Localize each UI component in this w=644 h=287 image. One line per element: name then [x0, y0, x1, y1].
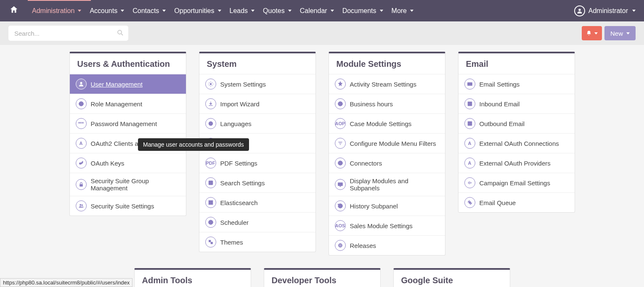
- nav-item-documents[interactable]: Documents: [338, 1, 387, 21]
- svg-point-1: [118, 30, 122, 34]
- ext-oauth-icon: A: [464, 158, 475, 169]
- panel-title: Users & Authentication: [70, 53, 186, 74]
- svg-point-28: [469, 202, 471, 204]
- gear-icon: [205, 79, 216, 90]
- admin-link-label: User Management: [91, 81, 143, 88]
- nav-item-label: Quotes: [263, 7, 285, 15]
- admin-link-label: Elasticsearch: [220, 199, 258, 206]
- admin-link-email-queue[interactable]: Email Queue: [458, 192, 575, 212]
- admin-link-user-management[interactable]: User Management: [70, 74, 186, 94]
- svg-point-13: [209, 182, 211, 184]
- admin-link-security-suite-settings[interactable]: Security Suite Settings: [70, 196, 186, 216]
- admin-link-label: Scheduler: [220, 219, 249, 226]
- import-icon: [205, 98, 216, 109]
- panel-title: System: [199, 53, 315, 74]
- nav-item-label: Administration: [32, 7, 74, 15]
- svg-point-8: [81, 205, 82, 206]
- connector-icon: [335, 158, 346, 169]
- admin-link-label: Case Module Settings: [350, 120, 412, 127]
- aop-icon: AOP: [335, 118, 346, 129]
- panel-developer-tools: Developer ToolsStudio: [264, 268, 381, 287]
- user-menu[interactable]: Administrator: [574, 5, 640, 16]
- avatar-icon: [574, 5, 585, 16]
- admin-link-label: Email Queue: [480, 199, 516, 206]
- admin-link-password-management[interactable]: ***Password Management: [70, 113, 186, 133]
- user-name: Administrator: [588, 7, 628, 15]
- search-input[interactable]: [8, 26, 128, 41]
- panel-users-authentication: Users & AuthenticationUser ManagementRol…: [69, 52, 186, 216]
- notifications-button[interactable]: [582, 26, 602, 40]
- admin-link-display-modules-and-subpanels[interactable]: Display Modules and Subpanels: [329, 173, 445, 196]
- lock-icon: [76, 179, 87, 190]
- chevron-down-icon: [288, 10, 292, 12]
- admin-link-elasticsearch[interactable]: Elasticsearch: [199, 192, 315, 212]
- home-button[interactable]: [4, 2, 24, 20]
- admin-link-oauth-keys[interactable]: OAuth Keys: [70, 153, 186, 173]
- filter-icon: [335, 138, 346, 149]
- svg-rect-19: [209, 240, 211, 242]
- admin-link-label: System Settings: [220, 81, 266, 88]
- panel-title: Developer Tools: [264, 270, 380, 287]
- chevron-down-icon: [218, 10, 221, 12]
- admin-link-security-suite-group-management[interactable]: Security Suite Group Management: [70, 173, 186, 196]
- admin-link-email-settings[interactable]: Email Settings: [458, 74, 575, 94]
- nav-item-label: Leads: [230, 7, 248, 15]
- panel-system: SystemSystem SettingsImport WizardLangua…: [199, 52, 316, 252]
- new-button[interactable]: New: [604, 26, 636, 40]
- admin-link-campaign-email-settings[interactable]: Campaign Email Settings: [458, 173, 575, 192]
- admin-link-inbound-email[interactable]: Inbound Email: [458, 94, 575, 113]
- admin-link-languages[interactable]: Languages: [199, 113, 315, 133]
- admin-link-sales-module-settings[interactable]: AOSSales Module Settings: [329, 216, 445, 235]
- nav-item-leads[interactable]: Leads: [225, 1, 259, 21]
- admin-link-external-oauth-providers[interactable]: AExternal OAuth Providers: [458, 153, 575, 173]
- admin-link-connectors[interactable]: Connectors: [329, 153, 445, 173]
- svg-point-7: [80, 204, 81, 206]
- admin-link-label: PDF Settings: [220, 160, 257, 167]
- sub-toolbar: New: [0, 21, 644, 45]
- admin-link-label: Email Settings: [480, 81, 520, 88]
- admin-link-label: Outbound Email: [480, 120, 525, 127]
- admin-link-label: Password Management: [91, 120, 157, 127]
- admin-link-role-management[interactable]: Role Management: [70, 94, 186, 113]
- panel-title: Email: [458, 53, 575, 74]
- admin-link-case-module-settings[interactable]: AOPCase Module Settings: [329, 113, 445, 133]
- nav-item-label: Documents: [342, 7, 376, 15]
- admin-link-label: Security Suite Settings: [91, 203, 154, 210]
- svg-rect-16: [209, 203, 210, 205]
- admin-link-configure-module-menu-filters[interactable]: Configure Module Menu Filters: [329, 133, 445, 153]
- nav-item-more[interactable]: More: [387, 1, 418, 21]
- nav-item-opportunities[interactable]: Opportunities: [170, 1, 225, 21]
- nav-item-administration[interactable]: Administration: [28, 1, 85, 21]
- nav-item-calendar[interactable]: Calendar: [296, 1, 338, 21]
- admin-link-label: Releases: [350, 242, 376, 249]
- admin-link-activity-stream-settings[interactable]: Activity Stream Settings: [329, 74, 445, 94]
- admin-link-label: Languages: [220, 120, 252, 127]
- admin-link-system-settings[interactable]: System Settings: [199, 74, 315, 94]
- chevron-down-icon: [162, 10, 166, 12]
- admin-link-releases[interactable]: Releases: [329, 235, 445, 255]
- admin-link-label: Business hours: [350, 100, 393, 108]
- admin-link-pdf-settings[interactable]: PDFPDF Settings: [199, 153, 315, 173]
- campaign-icon: [464, 177, 475, 188]
- panel-title: Admin Tools: [135, 270, 251, 287]
- nav-item-quotes[interactable]: Quotes: [259, 1, 296, 21]
- nav-item-contacts[interactable]: Contacts: [128, 1, 170, 21]
- nav-item-accounts[interactable]: Accounts: [85, 1, 128, 21]
- admin-link-outbound-email[interactable]: Outbound Email: [458, 113, 575, 133]
- panel-title: Google Suite: [394, 270, 510, 287]
- outbound-icon: [464, 118, 475, 129]
- admin-link-history-subpanel[interactable]: History Subpanel: [329, 196, 445, 216]
- admin-link-themes[interactable]: Themes: [199, 232, 315, 252]
- admin-link-scheduler[interactable]: Scheduler: [199, 212, 315, 232]
- admin-link-import-wizard[interactable]: Import Wizard: [199, 94, 315, 113]
- themes-icon: [205, 237, 216, 248]
- nav-item-label: Accounts: [90, 7, 117, 15]
- scheduler-icon: [205, 217, 216, 228]
- svg-line-2: [121, 34, 123, 35]
- admin-link-business-hours[interactable]: Business hours: [329, 94, 445, 113]
- elastic-icon: [205, 197, 216, 208]
- admin-link-search-settings[interactable]: Search Settings: [199, 173, 315, 192]
- admin-link-external-oauth-connections[interactable]: AExternal OAuth Connections: [458, 133, 575, 153]
- svg-rect-14: [209, 200, 210, 202]
- clock-icon: [335, 98, 346, 109]
